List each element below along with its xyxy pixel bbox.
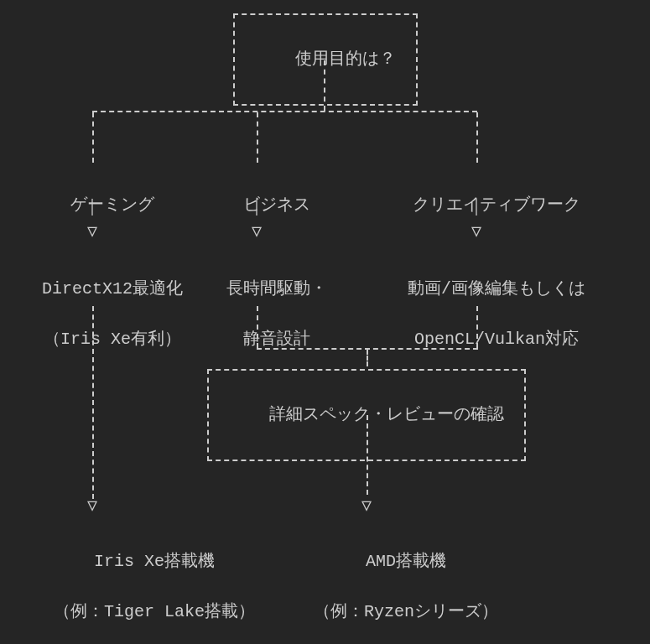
flowchart: 使用目的は？ ゲーミング ビジネス クリエイティブワーク ｜▽ ｜▽ ｜▽ Di… <box>0 0 650 644</box>
connector-split-h <box>92 111 477 114</box>
root-label: 使用目的は？ <box>295 49 396 69</box>
detail-gaming-l2: （Iris Xe有利） <box>44 330 181 349</box>
connector-gaming-long <box>92 306 96 499</box>
connector-review-down <box>367 415 370 495</box>
detail-creative-l2: OpenCL/Vulkan対応 <box>414 330 579 349</box>
arrowhead-gaming-final: ▽ <box>87 495 97 516</box>
connector-merge-down <box>367 350 370 366</box>
branch-gaming-label: ゲーミング <box>70 195 154 215</box>
detail-gaming-l1: DirectX12最適化 <box>42 279 183 299</box>
result-amd-l1: AMD搭載機 <box>366 552 446 571</box>
connector-drop-creative <box>476 112 480 163</box>
result-amd-l2: （例：Ryzenシリーズ） <box>314 602 498 621</box>
result-iris-l2: （例：Tiger Lake搭載） <box>54 602 255 621</box>
arrowhead-amd: ▽ <box>361 495 372 516</box>
arrow-creative: ｜▽ <box>468 195 485 245</box>
review-label: 詳細スペック・レビューの確認 <box>269 405 504 424</box>
connector-root-down <box>324 60 327 111</box>
connector-drop-gaming <box>92 112 96 163</box>
arrow-business: ｜▽ <box>248 195 265 245</box>
detail-creative-l1: 動画/画像編集もしくは <box>408 279 585 299</box>
detail-business-l2: 静音設計 <box>243 330 310 349</box>
detail-business-l1: 長時間駆動・ <box>226 279 327 299</box>
result-iris-l1: Iris Xe搭載機 <box>94 552 215 571</box>
branch-creative-label: クリエイティブワーク <box>413 195 580 215</box>
arrow-gaming: ｜▽ <box>84 195 101 245</box>
connector-drop-business <box>257 112 260 163</box>
result-iris: Iris Xe搭載機 （例：Tiger Lake搭載） <box>13 524 255 644</box>
connector-creative-down <box>476 306 480 348</box>
result-amd: AMD搭載機 （例：Ryzenシリーズ） <box>273 524 498 644</box>
connector-business-down <box>257 306 260 348</box>
